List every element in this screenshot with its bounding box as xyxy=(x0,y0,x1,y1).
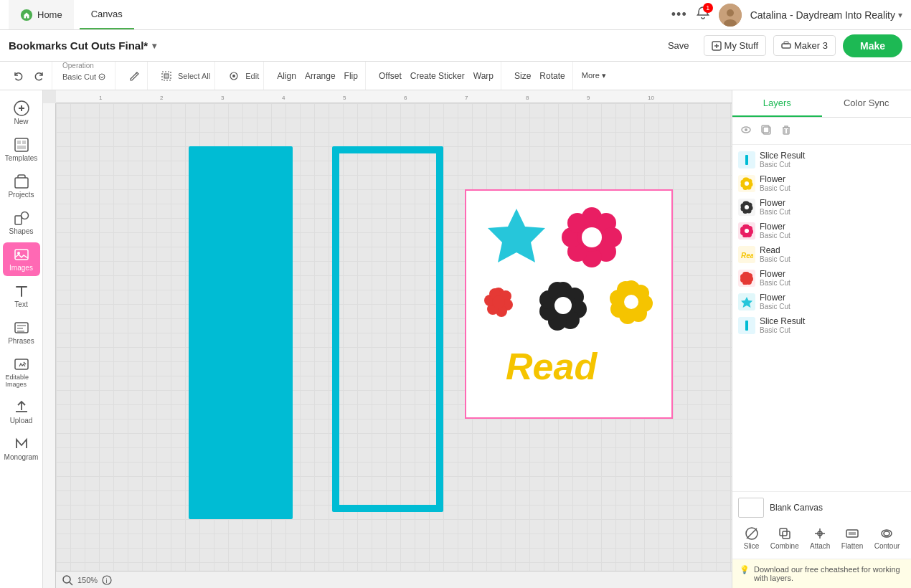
sidebar-item-phrases[interactable]: Phrases xyxy=(3,316,40,349)
yellow-flower-shape[interactable] xyxy=(603,273,660,331)
svg-point-12 xyxy=(232,75,235,77)
black-flower-shape[interactable] xyxy=(531,273,595,338)
layer-item[interactable]: Slice Result Basic Cut xyxy=(732,148,911,171)
size-button[interactable]: Size xyxy=(511,70,534,82)
tab-canvas[interactable]: Canvas xyxy=(80,0,134,29)
svg-text:i: i xyxy=(106,577,108,584)
more-button[interactable]: More ▾ xyxy=(579,70,609,82)
layer-duplicate-button[interactable] xyxy=(758,122,774,140)
notifications-button[interactable]: 1 xyxy=(696,6,710,24)
sidebar-item-projects[interactable]: Projects xyxy=(3,169,40,203)
edit-button[interactable] xyxy=(225,69,242,83)
notification-badge: 1 xyxy=(703,3,713,13)
canvas-content[interactable]: Read xyxy=(56,103,732,571)
svg-point-43 xyxy=(492,295,505,308)
layer-delete-button[interactable] xyxy=(778,122,794,140)
contour-button[interactable]: Contour xyxy=(874,526,900,550)
svg-rect-117 xyxy=(780,528,787,536)
project-title[interactable]: Catalina - Daydream Into Reality ▾ xyxy=(750,9,902,21)
select-all-label: Select All xyxy=(178,72,210,80)
blank-canvas-thumbnail[interactable] xyxy=(738,498,764,518)
tab-home[interactable]: Home xyxy=(9,0,74,29)
pink-flower-shape[interactable] xyxy=(545,198,638,277)
sidebar-item-new[interactable]: New xyxy=(3,96,40,130)
sidebar-item-upload[interactable]: Upload xyxy=(3,395,40,429)
tip-text[interactable]: Download our free cheatsheet for working… xyxy=(754,565,904,582)
undo-button[interactable] xyxy=(10,69,27,83)
small-red-flower-shape[interactable] xyxy=(481,284,516,320)
document-bar: Bookmarks Cut Outs Final* ▾ Save My Stuf… xyxy=(0,30,911,62)
create-sticker-button[interactable]: Create Sticker xyxy=(407,70,468,82)
paint-button[interactable] xyxy=(126,69,143,83)
svg-point-2 xyxy=(727,9,734,16)
flip-button[interactable]: Flip xyxy=(341,70,361,82)
svg-rect-120 xyxy=(846,530,858,537)
zoom-icon[interactable] xyxy=(62,574,73,586)
sidebar-item-text[interactable]: Text xyxy=(3,279,40,313)
svg-rect-17 xyxy=(17,146,26,149)
redo-button[interactable] xyxy=(30,69,47,83)
toolbar: Operation Basic Cut Select All Edit Alig… xyxy=(0,62,911,90)
layer-item[interactable]: Flower Basic Cut xyxy=(732,266,911,290)
layer-eye-button[interactable] xyxy=(738,122,754,140)
svg-text:Read: Read xyxy=(741,252,753,260)
make-button[interactable]: Make xyxy=(843,34,902,57)
tab-color-sync[interactable]: Color Sync xyxy=(822,90,912,117)
flower-black-icon xyxy=(740,201,753,214)
flatten-button[interactable]: Flatten xyxy=(841,526,864,550)
save-button[interactable]: Save xyxy=(661,36,697,55)
blank-canvas-label: Blank Canvas xyxy=(770,503,823,513)
read-text-icon: Read xyxy=(740,250,753,260)
svg-rect-19 xyxy=(15,216,22,224)
svg-rect-16 xyxy=(22,141,26,144)
offset-button[interactable]: Offset xyxy=(376,70,405,82)
mystuff-button[interactable]: My Stuff xyxy=(704,35,766,56)
attach-button[interactable]: Attach xyxy=(810,526,830,550)
slice-button[interactable]: Slice xyxy=(744,526,760,550)
more-options-button[interactable]: ••• xyxy=(671,7,687,22)
upload-icon xyxy=(14,399,29,415)
layer-item[interactable]: Flower Basic Cut xyxy=(732,171,911,195)
sidebar-item-images[interactable]: Images xyxy=(3,242,40,276)
arrange-button[interactable]: Arrange xyxy=(302,70,339,82)
rotate-button[interactable]: Rotate xyxy=(537,70,567,82)
main-layout: New Templates Projects Shapes Images Tex… xyxy=(0,90,911,588)
operation-value: Basic Cut xyxy=(62,72,96,81)
images-icon xyxy=(14,247,29,262)
canvas-tab-label: Canvas xyxy=(91,9,123,19)
user-avatar[interactable] xyxy=(719,4,742,27)
bookmark-outline[interactable] xyxy=(332,146,443,512)
select-all-button[interactable] xyxy=(158,69,175,83)
phrases-icon xyxy=(14,320,29,336)
align-button[interactable]: Align xyxy=(274,70,299,82)
zoom-bar: 150% i xyxy=(56,571,732,588)
maker3-button[interactable]: Maker 3 xyxy=(773,35,836,56)
canvas-area[interactable]: 1 2 3 4 5 6 7 8 9 10 xyxy=(43,90,732,588)
combine-button[interactable]: Combine xyxy=(770,526,799,550)
tip-bar: 💡 Download our free cheatsheet for worki… xyxy=(732,559,911,588)
tab-layers[interactable]: Layers xyxy=(732,90,822,117)
design-group[interactable]: Read xyxy=(465,189,673,419)
sidebar-item-templates[interactable]: Templates xyxy=(3,133,40,166)
flower-yellow-icon xyxy=(740,177,753,190)
svg-marker-25 xyxy=(488,209,545,262)
layer-item[interactable]: Slice Result Basic Cut xyxy=(732,313,911,337)
layer-item[interactable]: Read Read Basic Cut xyxy=(732,242,911,266)
svg-rect-15 xyxy=(17,141,21,144)
layer-item[interactable]: Flower Basic Cut xyxy=(732,290,911,313)
layer-item[interactable]: Flower Basic Cut xyxy=(732,219,911,242)
shapes-icon xyxy=(14,210,29,226)
layer-item[interactable]: Flower Basic Cut xyxy=(732,195,911,219)
warp-button[interactable]: Warp xyxy=(471,70,496,82)
bookmark-solid[interactable] xyxy=(189,146,293,519)
zoom-info-icon[interactable]: i xyxy=(102,575,112,585)
read-text[interactable]: Read xyxy=(506,345,597,388)
sidebar-item-shapes[interactable]: Shapes xyxy=(3,206,40,240)
monogram-icon xyxy=(14,436,29,452)
sidebar-item-monogram[interactable]: Monogram xyxy=(3,432,40,465)
svg-point-113 xyxy=(743,275,750,282)
svg-point-103 xyxy=(745,229,749,233)
sidebar-item-editable-images[interactable]: Editable Images xyxy=(3,352,40,392)
operation-dropdown-icon xyxy=(98,73,105,80)
teal-star-shape[interactable] xyxy=(488,205,545,262)
